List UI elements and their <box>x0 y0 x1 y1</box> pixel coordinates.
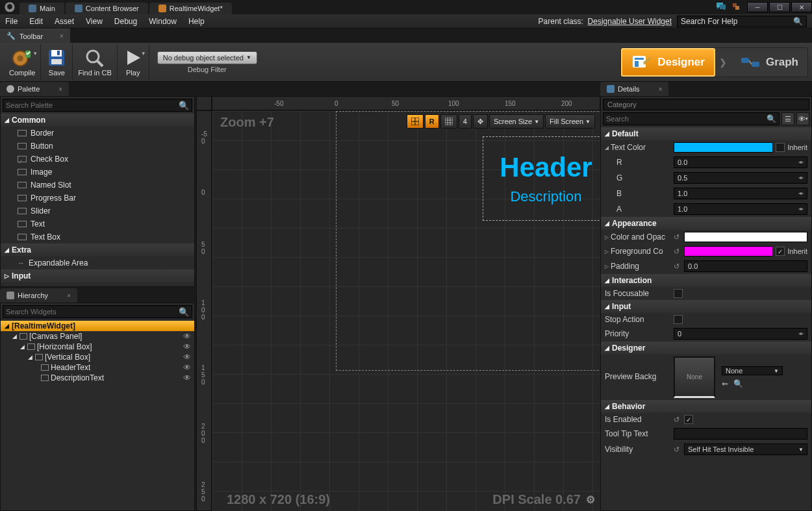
eye-icon[interactable]: 👁 <box>183 373 192 382</box>
minimize-button[interactable]: ─ <box>747 2 768 12</box>
maximize-button[interactable]: ☐ <box>769 2 790 12</box>
description-text[interactable]: Description <box>510 188 581 205</box>
vp-fillscreen[interactable]: Fill Screen▼ <box>545 114 595 129</box>
search-help-input[interactable]: Search For Help🔍 <box>677 16 807 27</box>
parent-class-link[interactable]: Designable User Widget <box>588 17 672 26</box>
menu-debug[interactable]: Debug <box>114 17 137 26</box>
section-input[interactable]: ◢Input <box>601 300 811 313</box>
doc-tab-main[interactable]: Main <box>19 3 64 14</box>
debug-object-select[interactable]: No debug object selected▼ <box>157 51 257 64</box>
foreground-swatch[interactable] <box>684 246 773 256</box>
hierarchy-desctext[interactable]: DescriptionText👁 <box>1 373 194 383</box>
g-input[interactable]: 0.5◂▸ <box>674 172 807 184</box>
close-button[interactable]: ✕ <box>791 2 812 12</box>
preview-thumbnail[interactable]: None <box>674 356 715 398</box>
vp-move-tool[interactable]: ✥ <box>473 114 488 129</box>
palette-item-checkbox[interactable]: Check Box <box>1 153 194 166</box>
eye-dropdown-button[interactable]: 👁▾ <box>796 112 809 125</box>
section-designer[interactable]: ◢Designer <box>601 342 811 355</box>
hierarchy-canvas[interactable]: ◢[Canvas Panel]👁 <box>1 331 194 342</box>
toolbar-tab[interactable]: 🔧 Toolbar × <box>0 29 70 43</box>
menu-help[interactable]: Help <box>188 17 205 26</box>
view-options-button[interactable]: ☰ <box>781 112 794 125</box>
vp-grid-snap[interactable] <box>440 114 457 129</box>
app-logo[interactable] <box>0 0 19 14</box>
tab-close-icon[interactable]: × <box>659 86 663 93</box>
palette-item-progressbar[interactable]: Progress Bar <box>1 192 194 205</box>
menu-asset[interactable]: Asset <box>55 17 74 26</box>
selection-box[interactable]: Header Description <box>483 136 600 221</box>
vp-snap-value[interactable]: 4 <box>459 114 472 129</box>
hierarchy-tab[interactable]: Hierarchy× <box>0 288 77 303</box>
use-selected-icon[interactable]: ⇐ <box>722 379 728 388</box>
compile-button[interactable]: Compile▼ <box>4 44 41 81</box>
save-button[interactable]: Save <box>41 44 73 81</box>
palette-item-slider[interactable]: Slider <box>1 205 194 218</box>
play-button[interactable]: Play▼ <box>118 44 149 81</box>
section-appearance[interactable]: ◢Appearance <box>601 217 811 230</box>
graph-mode-button[interactable]: Graph <box>731 49 807 75</box>
visibility-select[interactable]: Self Hit Test Invisible▼ <box>684 443 807 455</box>
color-opac-swatch[interactable] <box>684 232 807 242</box>
vp-screensize[interactable]: Screen Size▼ <box>489 114 544 129</box>
reset-icon[interactable]: ↺ <box>674 233 680 242</box>
b-input[interactable]: 1.0◂▸ <box>674 188 807 199</box>
palette-item-expandable[interactable]: ↔Expandable Area <box>1 256 194 269</box>
find-in-cb-button[interactable]: Find in CB <box>73 44 117 81</box>
chat-icon[interactable] <box>716 2 726 12</box>
hierarchy-root[interactable]: ◢[RealtimeWidget] <box>1 321 194 331</box>
tab-close-icon[interactable]: × <box>58 86 62 93</box>
text-color-swatch[interactable] <box>674 142 773 153</box>
menu-file[interactable]: File <box>5 17 18 26</box>
header-text[interactable]: Header <box>500 152 592 183</box>
section-default[interactable]: ◢Default <box>601 127 811 140</box>
category-input[interactable]: Category <box>603 99 809 110</box>
reset-icon[interactable]: ↺ <box>674 445 680 454</box>
details-search[interactable]: 🔍 <box>603 112 780 125</box>
stop-action-checkbox[interactable] <box>674 315 683 324</box>
tab-close-icon[interactable]: × <box>60 32 64 40</box>
eye-icon[interactable]: 👁 <box>183 332 192 341</box>
eye-icon[interactable]: 👁 <box>183 353 192 362</box>
hierarchy-vbox[interactable]: ◢[Vertical Box]👁 <box>1 352 194 362</box>
tooltip-input[interactable] <box>674 428 807 440</box>
gear-icon[interactable]: ⚙ <box>586 493 595 506</box>
doc-tab-widget[interactable]: RealtimeWidget* <box>149 3 232 14</box>
palette-item-border[interactable]: Border <box>1 127 194 140</box>
a-input[interactable]: 1.0◂▸ <box>674 203 807 215</box>
palette-cat-common[interactable]: ◢Common <box>1 114 194 127</box>
padding-input[interactable]: 0.0 <box>684 260 807 272</box>
preview-asset-select[interactable]: None▼ <box>722 366 783 375</box>
menu-edit[interactable]: Edit <box>29 17 43 26</box>
palette-tab[interactable]: Palette× <box>0 82 69 96</box>
palette-item-text[interactable]: Text <box>1 218 194 231</box>
palette-item-button[interactable]: Button <box>1 140 194 153</box>
designer-mode-button[interactable]: Designer <box>621 48 715 77</box>
viewport[interactable]: -50 0 50 100 150 200 -50 0 50 100 150 20… <box>195 82 600 511</box>
reset-icon[interactable]: ↺ <box>674 262 680 271</box>
priority-input[interactable]: 0◂▸ <box>674 328 807 340</box>
reset-icon[interactable]: ↺ <box>674 247 680 256</box>
hierarchy-headertext[interactable]: HeaderText👁 <box>1 362 194 373</box>
palette-item-textbox[interactable]: Text Box <box>1 231 194 243</box>
browse-icon[interactable]: 🔍 <box>733 379 743 388</box>
vp-grid-toggle[interactable] <box>407 114 424 129</box>
eye-icon[interactable]: 👁 <box>183 342 192 351</box>
menu-window[interactable]: Window <box>149 17 177 26</box>
hierarchy-hbox[interactable]: ◢[Horizontal Box]👁 <box>1 342 194 352</box>
palette-item-image[interactable]: Image <box>1 166 194 179</box>
inherit-checkbox[interactable] <box>776 143 785 152</box>
palette-search[interactable]: 🔍 <box>3 99 192 112</box>
inherit-checkbox[interactable]: ✓ <box>776 247 785 256</box>
doc-tab-content-browser[interactable]: Content Browser <box>66 3 148 14</box>
menu-view[interactable]: View <box>86 17 103 26</box>
details-tab[interactable]: Details× <box>600 82 668 96</box>
section-behavior[interactable]: ◢Behavior <box>601 400 811 413</box>
is-enabled-checkbox[interactable]: ✓ <box>684 415 693 424</box>
r-input[interactable]: 0.0◂▸ <box>674 156 807 168</box>
eye-icon[interactable]: 👁 <box>183 363 192 372</box>
reset-icon[interactable]: ↺ <box>674 416 680 424</box>
section-interaction[interactable]: ◢Interaction <box>601 274 811 287</box>
palette-cat-input[interactable]: ▷Input <box>1 269 194 282</box>
vp-r-button[interactable]: R <box>425 114 439 129</box>
